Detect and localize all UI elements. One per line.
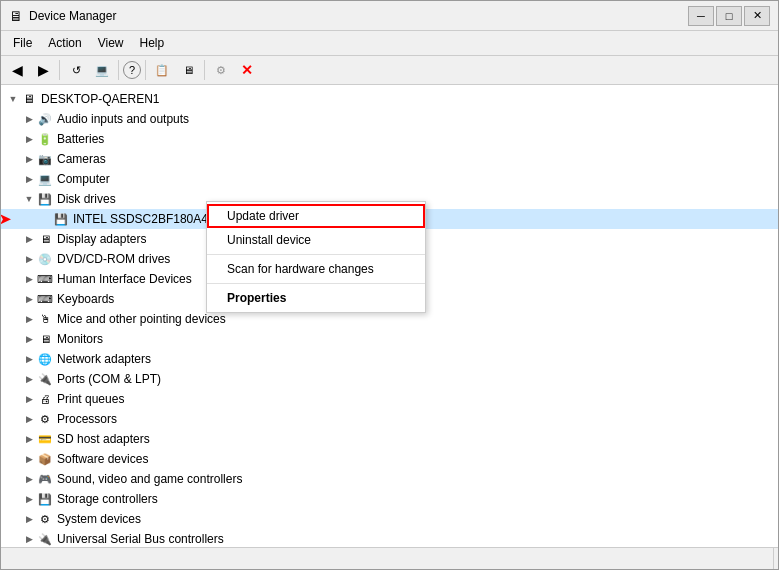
menu-bar: File Action View Help xyxy=(1,31,778,56)
list-item[interactable]: ▶ 🔌 Universal Serial Bus controllers xyxy=(1,529,778,547)
list-item[interactable]: ▶ 🎮 Sound, video and game controllers xyxy=(1,469,778,489)
root-label: DESKTOP-QAEREN1 xyxy=(41,92,159,106)
expander[interactable]: ▶ xyxy=(21,131,37,147)
list-item[interactable]: ▶ 💾 Storage controllers xyxy=(1,489,778,509)
expander[interactable]: ▶ xyxy=(21,411,37,427)
list-item[interactable]: ▶ ⚙ System devices xyxy=(1,509,778,529)
expander[interactable]: ▶ xyxy=(21,511,37,527)
expander[interactable]: ▶ xyxy=(21,111,37,127)
title-bar-controls: ─ □ ✕ xyxy=(688,6,770,26)
item-label: SD host adapters xyxy=(57,432,150,446)
computer-icon: 💻 xyxy=(37,171,53,187)
list-item[interactable]: ▶ 💳 SD host adapters xyxy=(1,429,778,449)
delete-button[interactable]: ✕ xyxy=(235,59,259,81)
expander[interactable]: ▶ xyxy=(21,451,37,467)
menu-action[interactable]: Action xyxy=(40,33,89,53)
list-item[interactable]: ▶ 💻 Computer xyxy=(1,169,778,189)
tree-view[interactable]: ▼ 🖥 DESKTOP-QAEREN1 ▶ 🔊 Audio inputs and… xyxy=(1,85,778,547)
expander[interactable]: ▶ xyxy=(21,431,37,447)
list-item[interactable]: ▶ 🔌 Ports (COM & LPT) xyxy=(1,369,778,389)
print-icon: 🖨 xyxy=(37,391,53,407)
item-label: INTEL SSDSC2BF180A4H xyxy=(73,212,217,226)
mouse-icon: 🖱 xyxy=(37,311,53,327)
item-label: System devices xyxy=(57,512,141,526)
list-item[interactable]: ▶ 🖨 Print queues xyxy=(1,389,778,409)
expander[interactable]: ▶ xyxy=(21,371,37,387)
item-label: Processors xyxy=(57,412,117,426)
context-menu-separator-2 xyxy=(207,283,425,284)
toolbar-separator-1 xyxy=(59,60,60,80)
list-item[interactable]: ▶ 📦 Software devices xyxy=(1,449,778,469)
back-button[interactable]: ◀ xyxy=(5,59,29,81)
item-label: Sound, video and game controllers xyxy=(57,472,242,486)
usb-icon: 🔌 xyxy=(37,531,53,547)
list-item[interactable]: ▶ 🔋 Batteries xyxy=(1,129,778,149)
expander[interactable]: ▶ xyxy=(21,151,37,167)
batteries-icon: 🔋 xyxy=(37,131,53,147)
item-label: Mice and other pointing devices xyxy=(57,312,226,326)
expander[interactable]: ▶ xyxy=(21,171,37,187)
list-item[interactable]: ▶ 🔊 Audio inputs and outputs xyxy=(1,109,778,129)
context-menu-properties[interactable]: Properties xyxy=(207,286,425,310)
list-item[interactable]: ▶ 🌐 Network adapters xyxy=(1,349,778,369)
device-manager-window: 🖥 Device Manager ─ □ ✕ File Action View … xyxy=(0,0,779,570)
hid-icon: ⌨ xyxy=(37,271,53,287)
display-icon: 🖥 xyxy=(37,231,53,247)
properties-button[interactable]: 📋 xyxy=(150,59,174,81)
expander[interactable]: ▶ xyxy=(21,311,37,327)
tree-root[interactable]: ▼ 🖥 DESKTOP-QAEREN1 xyxy=(1,89,778,109)
expander[interactable]: ▶ xyxy=(21,251,37,267)
context-menu-scan[interactable]: Scan for hardware changes xyxy=(207,257,425,281)
item-label: DVD/CD-ROM drives xyxy=(57,252,170,266)
expander[interactable]: ▶ xyxy=(21,471,37,487)
computer-button[interactable]: 💻 xyxy=(90,59,114,81)
disk-icon: 💾 xyxy=(37,191,53,207)
menu-file[interactable]: File xyxy=(5,33,40,53)
item-label: Storage controllers xyxy=(57,492,158,506)
list-item[interactable]: ▶ ⚙ Processors xyxy=(1,409,778,429)
expander[interactable]: ▶ xyxy=(21,291,37,307)
toolbar: ◀ ▶ ↺ 💻 ? 📋 🖥 ⚙ ✕ xyxy=(1,56,778,85)
expander[interactable]: ▶ xyxy=(21,531,37,547)
software-icon: 📦 xyxy=(37,451,53,467)
expander[interactable]: ▼ xyxy=(21,191,37,207)
root-expander[interactable]: ▼ xyxy=(5,91,21,107)
storage-icon: 💾 xyxy=(37,491,53,507)
list-item[interactable]: ▶ 📷 Cameras xyxy=(1,149,778,169)
toolbar-separator-4 xyxy=(204,60,205,80)
maximize-button[interactable]: □ xyxy=(716,6,742,26)
help-button[interactable]: ? xyxy=(123,61,141,79)
item-label: Print queues xyxy=(57,392,124,406)
minimize-button[interactable]: ─ xyxy=(688,6,714,26)
context-menu-update-driver[interactable]: Update driver xyxy=(207,204,425,228)
item-label: Human Interface Devices xyxy=(57,272,192,286)
context-menu-uninstall[interactable]: Uninstall device xyxy=(207,228,425,252)
expander[interactable]: ▶ xyxy=(21,491,37,507)
sd-icon: 💳 xyxy=(37,431,53,447)
close-button[interactable]: ✕ xyxy=(744,6,770,26)
forward-button[interactable]: ▶ xyxy=(31,59,55,81)
item-label: Display adapters xyxy=(57,232,146,246)
monitor-button[interactable]: 🖥 xyxy=(176,59,200,81)
expander[interactable]: ▶ xyxy=(21,271,37,287)
red-arrow-icon: ➤ xyxy=(1,211,11,227)
expander[interactable]: ▶ xyxy=(21,231,37,247)
expander[interactable]: ▶ xyxy=(21,391,37,407)
refresh-button[interactable]: ↺ xyxy=(64,59,88,81)
dvd-icon: 💿 xyxy=(37,251,53,267)
expander[interactable]: ▶ xyxy=(21,331,37,347)
item-label: Network adapters xyxy=(57,352,151,366)
list-item[interactable]: ▶ 🖥 Monitors xyxy=(1,329,778,349)
keyboard-icon: ⌨ xyxy=(37,291,53,307)
title-bar-left: 🖥 Device Manager xyxy=(9,8,116,24)
item-label: Universal Serial Bus controllers xyxy=(57,532,224,546)
context-menu: Update driver Uninstall device Scan for … xyxy=(206,201,426,313)
context-menu-separator-1 xyxy=(207,254,425,255)
item-label: Software devices xyxy=(57,452,148,466)
menu-view[interactable]: View xyxy=(90,33,132,53)
window-icon: 🖥 xyxy=(9,8,23,24)
action-button[interactable]: ⚙ xyxy=(209,59,233,81)
menu-help[interactable]: Help xyxy=(132,33,173,53)
processor-icon: ⚙ xyxy=(37,411,53,427)
expander[interactable]: ▶ xyxy=(21,351,37,367)
